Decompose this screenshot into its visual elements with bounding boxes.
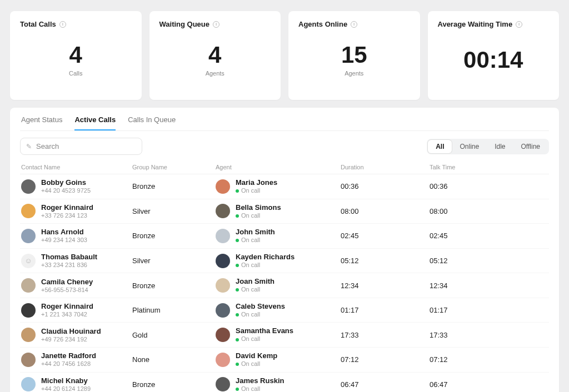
duration-cell: 01:17 xyxy=(341,306,430,314)
stat-unit: Agents xyxy=(345,70,363,77)
contact-name: Janette Radford xyxy=(41,352,96,360)
col-agent: Agent xyxy=(216,164,341,170)
talk-time-cell: 05:12 xyxy=(430,257,548,265)
contact-cell: Bobby Goins +44 20 4523 9725 xyxy=(21,179,132,194)
tab[interactable]: Active Calls xyxy=(74,115,116,130)
agent-name: James Ruskin xyxy=(236,377,284,385)
agent-avatar xyxy=(216,179,230,194)
contact-name: Camila Cheney xyxy=(41,278,93,287)
agent-name: Maria Jones xyxy=(236,179,277,187)
table-row[interactable]: Bobby Goins +44 20 4523 9725 Bronze Mari… xyxy=(20,174,549,199)
contact-avatar xyxy=(21,179,36,194)
tab[interactable]: Calls In Queue xyxy=(128,115,176,130)
duration-cell: 17:33 xyxy=(341,331,430,339)
contact-phone: +33 726 234 123 xyxy=(41,212,93,219)
agent-status: On call xyxy=(236,212,281,219)
contact-name: Thomas Babault xyxy=(41,253,97,262)
duration-cell: 12:34 xyxy=(341,282,430,290)
contact-cell: Claudia Houinard +49 726 234 192 xyxy=(21,328,132,343)
contact-phone: +33 234 231 836 xyxy=(41,262,97,268)
table-row[interactable]: Camila Cheney +56-955-573-814 Bronze Joa… xyxy=(20,273,549,298)
agent-name: Caleb Stevens xyxy=(236,303,285,311)
stat-card: Waiting Queue i 4 Agents xyxy=(149,11,281,100)
agent-name: Kayden Richards xyxy=(236,253,295,262)
duration-cell: 05:12 xyxy=(341,257,430,265)
agent-avatar xyxy=(216,278,230,293)
info-icon[interactable]: i xyxy=(351,21,357,28)
stat-value: 00:14 xyxy=(463,48,523,72)
agent-status: On call xyxy=(236,187,277,194)
agent-cell: Joan Smith On call xyxy=(216,278,341,293)
contact-name: Hans Arnold xyxy=(41,228,87,237)
info-icon[interactable]: i xyxy=(213,21,219,28)
group-cell: Bronze xyxy=(132,182,216,190)
agent-name: Bella Simons xyxy=(236,204,281,212)
talk-time-cell: 02:45 xyxy=(430,232,548,240)
contact-cell: Roger Kinnaird +1 221 343 7042 xyxy=(21,303,132,318)
stat-body: 4 Calls xyxy=(20,28,132,91)
table-row[interactable]: Claudia Houinard +49 726 234 192 Gold Sa… xyxy=(20,323,549,348)
filter-option[interactable]: Online xyxy=(452,140,487,153)
talk-time-cell: 07:12 xyxy=(430,355,548,364)
contact-phone: +1 221 343 7042 xyxy=(41,311,93,318)
contact-cell: Michel Knaby +44 20 6124 1289 xyxy=(21,377,132,392)
tab[interactable]: Agent Status xyxy=(21,115,62,130)
info-icon[interactable]: i xyxy=(59,21,66,28)
status-dot-icon xyxy=(236,239,239,242)
contact-cell: Roger Kinnaird +33 726 234 123 xyxy=(21,204,132,219)
table-row[interactable]: Janette Radford +44 20 7456 1628 None Da… xyxy=(20,348,549,373)
agent-avatar xyxy=(216,353,230,367)
contact-avatar xyxy=(21,377,36,391)
table-row[interactable]: Hans Arnold +49 234 124 303 Bronze John … xyxy=(20,224,549,249)
talk-time-cell: 17:33 xyxy=(430,331,548,339)
filter-option[interactable]: All xyxy=(428,140,452,153)
stat-unit: Agents xyxy=(206,70,224,77)
table-body: Bobby Goins +44 20 4523 9725 Bronze Mari… xyxy=(20,174,549,392)
agent-status: On call xyxy=(236,311,285,318)
agent-name: Samantha Evans xyxy=(236,327,293,335)
contact-phone: +49 234 124 303 xyxy=(41,237,87,243)
agent-cell: Bella Simons On call xyxy=(216,204,341,219)
status-dot-icon xyxy=(236,288,239,292)
status-dot-icon xyxy=(236,338,239,341)
person-icon: ☺ xyxy=(24,257,32,265)
contact-name: Roger Kinnaird xyxy=(41,303,93,311)
agent-status: On call xyxy=(236,385,284,392)
agent-status: On call xyxy=(236,360,277,368)
filter-option[interactable]: Idle xyxy=(487,140,513,153)
stat-card: Total Calls i 4 Calls xyxy=(10,11,142,100)
info-icon[interactable]: i xyxy=(516,21,522,28)
agent-status: On call xyxy=(236,262,295,269)
talk-time-cell: 00:36 xyxy=(430,182,548,190)
table-row[interactable]: Roger Kinnaird +33 726 234 123 Silver Be… xyxy=(20,199,549,224)
table-row[interactable]: Michel Knaby +44 20 6124 1289 Bronze Jam… xyxy=(20,373,549,392)
agent-avatar xyxy=(216,229,230,243)
stat-title-text: Waiting Queue xyxy=(159,20,210,28)
table-row[interactable]: Roger Kinnaird +1 221 343 7042 Platinum … xyxy=(20,298,549,323)
group-cell: Bronze xyxy=(132,232,216,240)
duration-cell: 06:47 xyxy=(341,380,430,389)
talk-time-cell: 12:34 xyxy=(430,282,548,290)
filter-option[interactable]: Offline xyxy=(513,140,548,153)
col-duration: Duration xyxy=(341,164,430,170)
duration-cell: 00:36 xyxy=(341,182,430,190)
agent-cell: Samantha Evans On call xyxy=(216,327,341,343)
contact-phone: +44 20 4523 9725 xyxy=(41,187,91,194)
contact-avatar xyxy=(21,229,36,243)
col-group: Group Name xyxy=(132,164,216,170)
contact-avatar xyxy=(21,278,36,293)
table-row[interactable]: ☺ Thomas Babault +33 234 231 836 Silver … xyxy=(20,249,549,274)
tablist: Agent StatusActive CallsCalls In Queue xyxy=(20,115,549,131)
duration-cell: 07:12 xyxy=(341,355,430,364)
stats-row: Total Calls i 4 Calls Waiting Queue i 4 … xyxy=(10,11,559,100)
group-cell: None xyxy=(132,355,216,364)
agent-name: David Kemp xyxy=(236,352,277,360)
duration-cell: 08:00 xyxy=(341,207,430,215)
search-input[interactable]: ✎ Search xyxy=(20,138,142,155)
stat-body: 4 Agents xyxy=(159,28,271,91)
stat-body: 15 Agents xyxy=(298,28,410,91)
group-cell: Silver xyxy=(132,257,216,265)
main-panel: Agent StatusActive CallsCalls In Queue ✎… xyxy=(10,108,559,392)
stat-title: Agents Online i xyxy=(298,20,410,28)
status-dot-icon xyxy=(236,214,239,218)
